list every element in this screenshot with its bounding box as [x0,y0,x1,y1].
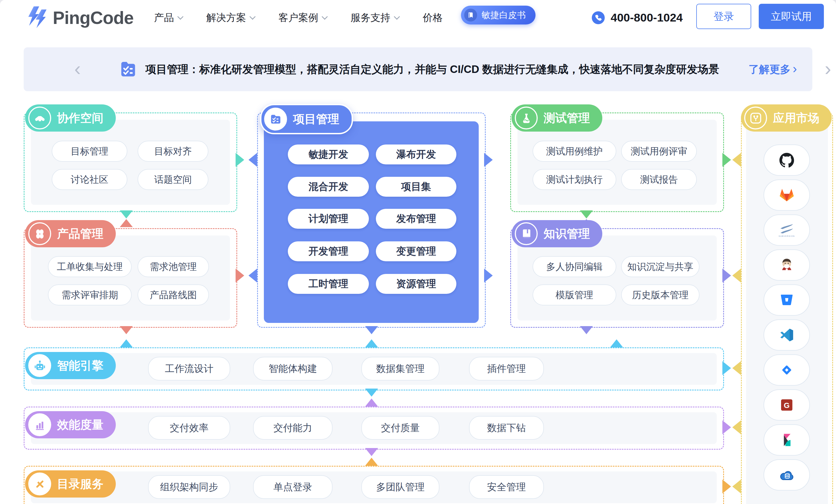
connector-arrow [580,326,593,334]
banner-next-arrow-icon[interactable]: › [825,59,831,78]
feature-pill[interactable]: 混合开发 [288,177,369,197]
market-section-header[interactable]: 应用市场 [741,104,832,132]
feature-pill[interactable]: 工作流设计 [148,357,230,381]
phone-number: 400-800-1024 [611,11,683,24]
feature-pill[interactable]: 话题空间 [138,169,208,190]
connector-arrow [484,153,493,167]
feature-pill[interactable]: 多人协同编辑 [533,256,616,277]
feature-pill[interactable]: 目标对齐 [138,141,208,162]
banner-prev-arrow-icon[interactable]: ‹ [74,59,81,78]
feature-pill[interactable]: 计划管理 [288,209,369,229]
connector-arrow [235,269,244,283]
feature-pill[interactable]: 需求评审排期 [48,285,132,305]
nav-item-pricing[interactable]: 价格 [423,11,443,24]
cloud-database-icon[interactable] [764,459,810,490]
feature-pill[interactable]: 插件管理 [469,357,544,381]
feature-pill[interactable]: 目标管理 [52,141,127,162]
github-icon[interactable] [764,144,810,176]
feature-pill[interactable]: 测试计划执行 [533,169,616,190]
connector-arrow [610,339,623,347]
test-panel [517,120,717,205]
connector-arrow [732,420,741,434]
feature-pill[interactable]: 模版管理 [533,285,616,305]
directory-section-header[interactable]: 目录服务 [25,470,116,498]
ai-section-header[interactable]: 智能引擎 [25,352,116,379]
feature-pill[interactable]: 多团队管理 [361,475,439,499]
jenkins-icon[interactable] [764,249,810,280]
branch-icon [744,106,767,130]
project-checklist-icon [264,108,287,131]
feature-pill[interactable]: 数据集管理 [361,357,439,381]
learn-more-link[interactable]: 了解更多› [748,47,797,91]
subversion-icon[interactable]: SUBVERSION [764,214,810,246]
feature-pill[interactable]: 发布管理 [376,209,456,229]
book-icon [464,8,477,21]
robot-icon [28,354,51,377]
pingcode-logo[interactable]: PingCode [24,5,134,31]
feature-pill[interactable]: 测试用例维护 [533,141,616,162]
connector-arrow [120,339,133,347]
product-panel [31,235,230,321]
nav-item-support[interactable]: 服务支持 [350,11,399,24]
connector-arrow [235,153,244,167]
feature-pill[interactable]: 瀑布开发 [376,144,456,164]
collab-panel [31,120,230,205]
feature-pill[interactable]: 测试报告 [621,169,697,190]
feature-pill[interactable]: 知识沉淀与共享 [621,256,700,277]
feature-pill[interactable]: 变更管理 [376,241,456,261]
feature-pill[interactable]: 项目集 [376,177,456,197]
collab-section-header[interactable]: 协作空间 [25,104,116,132]
gitee-icon[interactable]: G [764,389,810,421]
agile-whitepaper-badge[interactable]: 敏捷白皮书 [461,6,535,24]
test-section-header[interactable]: 测试管理 [512,104,602,132]
feature-pill[interactable]: 交付效率 [148,416,230,440]
feature-pill[interactable]: 组织架构同步 [148,475,230,499]
vscode-icon[interactable] [764,319,810,351]
feature-pill[interactable]: 讨论社区 [52,169,127,190]
feature-pill[interactable]: 敏捷开发 [288,144,369,164]
logo-wordmark: PingCode [53,7,134,28]
feature-pill[interactable]: 交付能力 [253,416,332,440]
phone-icon [592,11,605,24]
connector-arrow [365,389,378,396]
banner-message: 项目管理：标准化研发管理模型，搭配灵活自定义能力，并能与 CI/CD 数据进行无… [146,47,719,91]
top-navbar: PingCode 产品 解决方案 客户案例 服务支持 价格 敏捷白皮书 400-… [0,0,836,35]
product-section-header[interactable]: 产品管理 [25,220,116,247]
handshake-icon [28,106,51,130]
feature-pill[interactable]: 安全管理 [469,475,544,499]
chevron-down-icon [250,14,256,20]
feature-pill[interactable]: 历史版本管理 [621,285,700,305]
svg-text:G: G [784,401,790,410]
book-icon [515,222,538,245]
connector-arrow [365,458,378,466]
connector-arrow [484,269,493,283]
feature-pill[interactable]: 工时管理 [288,274,369,294]
knowledge-panel [517,235,717,321]
phone-contact[interactable]: 400-800-1024 [592,0,683,35]
feature-pill[interactable]: 单点登录 [253,475,332,499]
feature-pill[interactable]: 测试用例评审 [621,141,697,162]
connector-arrow [365,448,378,456]
nav-item-cases[interactable]: 客户案例 [279,11,327,24]
feature-pill[interactable]: 资源管理 [376,274,456,294]
feature-pill[interactable]: 产品路线图 [138,285,209,305]
feature-pill[interactable]: 智能体构建 [253,357,332,381]
nav-item-solutions[interactable]: 解决方案 [206,11,255,24]
pingcode-homepage: PingCode 产品 解决方案 客户案例 服务支持 价格 敏捷白皮书 400-… [0,0,836,504]
feature-pill[interactable]: 工单收集与处理 [48,256,132,277]
nav-item-products[interactable]: 产品 [154,11,183,24]
feature-pill[interactable]: 开发管理 [288,241,369,261]
bitbucket-icon[interactable] [764,285,810,316]
kibana-icon[interactable] [764,424,810,455]
try-now-button[interactable]: 立即试用 [759,4,824,29]
feature-pill[interactable]: 需求池管理 [138,256,209,277]
connector-arrow [365,339,378,347]
metrics-section-header[interactable]: 效能度量 [25,411,116,438]
feature-pill[interactable]: 交付质量 [361,416,439,440]
project-section-header[interactable]: 项目管理 [260,104,353,134]
jira-icon[interactable] [764,354,810,386]
feature-pill[interactable]: 数据下钻 [469,416,544,440]
login-button[interactable]: 登录 [696,4,751,29]
gitlab-icon[interactable] [764,179,810,211]
connector-arrow [722,420,731,434]
